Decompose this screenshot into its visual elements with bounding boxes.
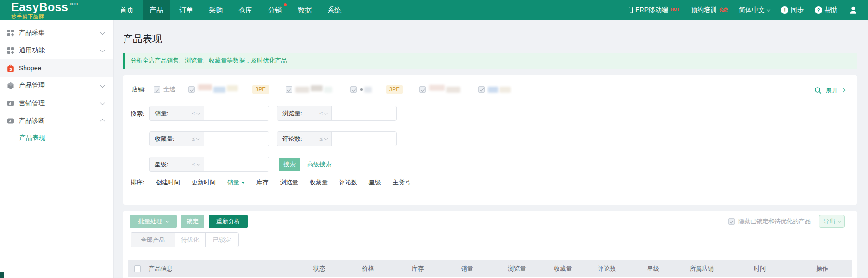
column-time: 时间 xyxy=(727,265,792,273)
sort-stars[interactable]: 星级 xyxy=(369,178,381,187)
filter-field-dropdown[interactable]: 浏览量: ≤ xyxy=(277,106,332,120)
filter-field-dropdown[interactable]: 收藏量: ≤ xyxy=(150,132,204,146)
sort-favorites[interactable]: 收藏量 xyxy=(310,178,328,187)
sort-sales[interactable]: 销量 xyxy=(227,178,245,187)
nav-orders[interactable]: 订单 xyxy=(172,0,200,20)
lock-button[interactable]: 锁定 xyxy=(181,215,204,228)
language-selector[interactable]: 简体中文 xyxy=(739,6,770,14)
filter-field-dropdown[interactable]: 星级: ≤ xyxy=(150,157,204,171)
sort-created-time[interactable]: 创建时间 xyxy=(156,178,180,187)
redacted-shop-name xyxy=(360,87,373,93)
filter-group-views: 浏览量: ≤ xyxy=(277,106,397,121)
tab-all-products[interactable]: 全部产品 xyxy=(131,233,175,247)
filter-field-dropdown[interactable]: 销量: ≤ xyxy=(150,106,204,120)
redacted-shop-name xyxy=(295,87,334,93)
nav-data[interactable]: 数据 xyxy=(291,0,318,20)
training-link[interactable]: 预约培训 免费 xyxy=(691,6,728,14)
column-price: 价格 xyxy=(343,265,393,273)
filter-views-input[interactable] xyxy=(332,106,396,120)
sort-comments[interactable]: 评论数 xyxy=(339,178,357,187)
checkbox[interactable] xyxy=(478,86,485,93)
column-favorites: 收藏量 xyxy=(542,265,584,273)
shop-item-5[interactable] xyxy=(478,86,512,93)
operator: ≤ xyxy=(192,110,195,117)
logo[interactable]: EasyBoss .com 妙手旗下品牌 xyxy=(11,1,90,19)
sort-views[interactable]: 浏览量 xyxy=(280,178,298,187)
notification-dot xyxy=(284,3,287,6)
shop-item-4[interactable] xyxy=(419,86,462,93)
shop-item-3[interactable]: 3PF xyxy=(350,85,403,94)
operator: ≤ xyxy=(192,136,195,142)
select-all-checkbox[interactable]: 全选 xyxy=(154,85,175,94)
sync-button[interactable]: 同步 xyxy=(781,6,804,14)
nav-system[interactable]: 系统 xyxy=(320,0,348,20)
nav-home[interactable]: 首页 xyxy=(113,0,141,20)
logo-text: EasyBoss xyxy=(11,1,69,13)
search-icon[interactable] xyxy=(814,87,822,94)
filter-group-favorites: 收藏量: ≤ xyxy=(149,131,269,146)
sidebar-item-product-management[interactable]: 产品管理 xyxy=(0,77,113,95)
shop-filter-row: 店铺: 全选 3PF xyxy=(123,75,857,94)
shop-item-1[interactable]: 3PF xyxy=(188,85,269,94)
scrollbar-thumb[interactable] xyxy=(0,272,4,278)
chevron-down-icon xyxy=(165,219,169,222)
help-button[interactable]: 帮助 xyxy=(815,6,837,14)
batch-process-button[interactable]: 批量处理 xyxy=(130,215,177,228)
chevron-down-icon xyxy=(324,111,328,114)
sort-label: 排序: xyxy=(131,178,144,187)
checkbox[interactable] xyxy=(286,86,292,93)
checkbox[interactable] xyxy=(154,86,160,93)
column-stars: 星级 xyxy=(630,265,676,273)
info-banner: 分析全店产品销售、浏览量、收藏量等数据，及时优化产品 xyxy=(123,53,857,69)
sidebar-item-shopee[interactable]: S Shopee xyxy=(0,59,113,77)
nav-purchase[interactable]: 采购 xyxy=(202,0,230,20)
hide-locked-checkbox[interactable] xyxy=(728,218,735,225)
chevron-down-icon xyxy=(100,30,105,35)
chevron-right-icon xyxy=(842,88,845,92)
main-content: 产品表现 分析全店产品销售、浏览量、收藏量等数据，及时优化产品 店铺: 全选 xyxy=(114,20,868,278)
expand-control[interactable]: 展开 xyxy=(814,86,845,95)
sort-updated-time[interactable]: 更新时间 xyxy=(192,178,216,187)
export-button[interactable]: 导出 xyxy=(819,215,845,228)
chevron-down-icon xyxy=(100,101,105,105)
sort-stock[interactable]: 库存 xyxy=(256,178,269,187)
nav-distribution[interactable]: 分销 xyxy=(261,0,289,20)
checkbox[interactable] xyxy=(419,86,426,93)
tab-locked[interactable]: 已锁定 xyxy=(205,233,238,247)
advanced-search-link[interactable]: 高级搜索 xyxy=(307,160,331,169)
sidebar-item-product-collection[interactable]: 产品采集 xyxy=(0,24,113,42)
grid-icon xyxy=(6,29,15,37)
column-sales: 销量 xyxy=(442,265,492,273)
search-button[interactable]: 搜索 xyxy=(279,158,300,171)
filter-field-dropdown[interactable]: 评论数: ≤ xyxy=(277,132,332,146)
erp-mobile-link[interactable]: ERP移动端 HOT xyxy=(629,6,680,14)
search-label: 搜索: xyxy=(131,110,149,172)
checkbox[interactable] xyxy=(350,86,357,93)
select-all-rows-checkbox[interactable] xyxy=(134,265,141,272)
filter-group-comments: 评论数: ≤ xyxy=(277,131,397,146)
reanalyze-button[interactable]: 重新分析 xyxy=(209,215,248,228)
nav-warehouse[interactable]: 仓库 xyxy=(231,0,259,20)
chevron-down-icon xyxy=(324,136,328,140)
sort-main-sku[interactable]: 主货号 xyxy=(393,178,411,187)
sidebar-item-product-diagnosis[interactable]: 产品诊断 xyxy=(0,112,113,130)
filter-stars-input[interactable] xyxy=(204,157,269,171)
sidebar-item-general-functions[interactable]: 通用功能 xyxy=(0,42,113,59)
filter-favorites-input[interactable] xyxy=(204,132,269,146)
sidebar-item-marketing-management[interactable]: 营销管理 xyxy=(0,95,113,112)
redacted-shop-name xyxy=(198,87,239,93)
product-list-card: 批量处理 锁定 重新分析 隐藏已锁定和待优化的产品 导出 xyxy=(123,211,857,278)
tab-to-optimize[interactable]: 待优化 xyxy=(175,233,205,247)
shop-item-2[interactable] xyxy=(286,86,334,93)
user-avatar[interactable] xyxy=(849,6,858,15)
redacted-shop-name xyxy=(488,87,512,93)
redacted-shop-name xyxy=(429,87,462,93)
sidebar-subitem-product-performance[interactable]: 产品表现 xyxy=(0,130,113,146)
chevron-down-icon xyxy=(196,111,200,114)
filter-comments-input[interactable] xyxy=(332,132,396,146)
shopee-icon: S xyxy=(6,64,15,73)
filter-sales-input[interactable] xyxy=(204,106,269,120)
checkbox[interactable] xyxy=(188,86,195,93)
nav-products[interactable]: 产品 xyxy=(143,0,170,20)
svg-text:S: S xyxy=(9,66,12,71)
